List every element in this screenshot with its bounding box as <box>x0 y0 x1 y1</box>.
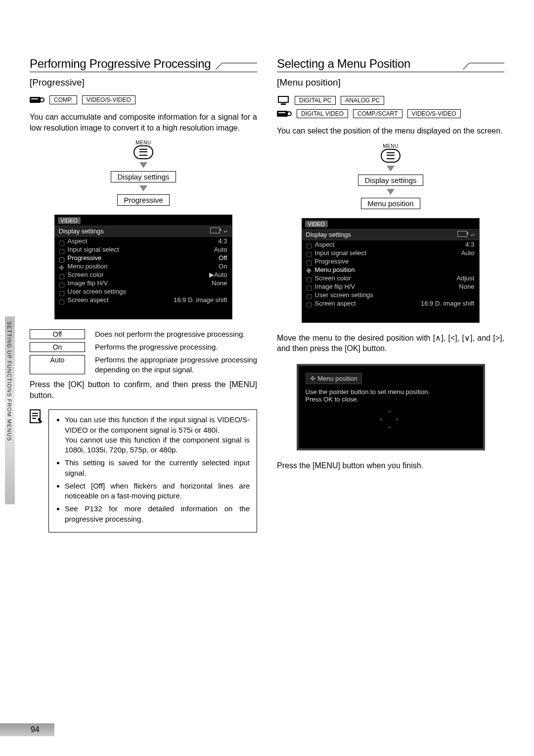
svg-rect-7 <box>277 111 288 117</box>
option-off: Off <box>30 329 85 339</box>
path-menu-position: Menu position <box>361 198 420 209</box>
battery-icon <box>457 231 467 237</box>
side-tab-label: SETTING UP FUNCTIONS FROM MENUS <box>6 321 12 441</box>
osd-row-label: Image flip H/V <box>68 279 108 287</box>
pc-icon <box>277 95 290 106</box>
option-on: On <box>30 342 85 352</box>
svg-rect-5 <box>279 97 288 102</box>
projector-icon <box>30 95 44 105</box>
arrow-down-icon <box>139 162 147 168</box>
right-subtitle: [Menu position] <box>277 77 504 88</box>
left-title: Performing Progressive Processing <box>30 57 218 71</box>
osd-row-value: Adjust <box>456 274 474 282</box>
badge-comp: COMP. <box>49 95 77 104</box>
svg-point-8 <box>287 112 291 116</box>
battery-icon <box>210 227 220 233</box>
option-auto: Auto <box>30 355 85 374</box>
badge-video-svideo: VIDEO/S-VIDEO <box>82 95 135 104</box>
option-on-desc: Performs the progressive processing. <box>95 342 218 352</box>
osd-header: Display settings <box>59 227 104 235</box>
osd-row-value: 4:3 <box>465 241 474 248</box>
osd-row-label: Menu position <box>315 266 355 273</box>
note-item: You can use this function if the input s… <box>65 415 250 455</box>
arrow-down-icon <box>387 189 395 195</box>
left-osd: VIDEO Display settings ↵ ▢Aspect4:3 ▢Inp… <box>54 215 233 319</box>
osd-row-label: Progressive <box>68 254 102 262</box>
left-subtitle: [Progressive] <box>30 77 257 88</box>
osd-row-value: None <box>212 279 227 287</box>
option-auto-desc: Performs the appropriate progressive pro… <box>95 355 257 374</box>
right-title: Selecting a Menu Position <box>277 57 465 71</box>
osd-row-value: 16:9 D. image shift <box>174 296 227 304</box>
osd-row-label: Screen color <box>68 271 104 278</box>
svg-rect-6 <box>281 103 286 105</box>
page-number: 94 <box>31 725 40 734</box>
osd-row-label: Screen aspect <box>68 296 109 304</box>
option-off-desc: Does not perform the progressive process… <box>95 329 245 339</box>
menu-button-icon <box>134 145 153 159</box>
badge-video-svideo: VIDEO/S-VIDEO <box>407 109 461 118</box>
popup-line2: Press OK to close. <box>306 396 476 403</box>
osd-row-value: Auto <box>461 249 475 257</box>
arrow-down-icon <box>139 185 147 191</box>
popup-title: Menu position <box>317 375 357 382</box>
right-badges-bottom: DIGITAL VIDEO COMP./SCART VIDEO/S-VIDEO <box>277 109 504 119</box>
osd-row-label: Screen color <box>315 274 351 282</box>
side-tab: SETTING UP FUNCTIONS FROM MENUS <box>5 316 15 504</box>
left-press-ok: Press the [OK] button to confirm, and th… <box>30 379 257 400</box>
menu-position-popup: ✥ Menu position Use the pointer button t… <box>297 364 485 450</box>
badge-digital-pc: DIGITAL PC <box>295 96 336 105</box>
menu-label: MENU <box>383 143 398 149</box>
right-column: Selecting a Menu Position [Menu position… <box>277 57 504 533</box>
osd-row-value: ▶Auto <box>209 271 227 278</box>
menu-button-icon <box>381 149 400 163</box>
popup-arrows: ˄˂ ˃˅ <box>306 410 476 434</box>
osd-row-label: User screen settings <box>315 291 374 299</box>
osd-row-label: User screen settings <box>68 288 127 295</box>
badge-analog-pc: ANALOG PC <box>341 96 384 105</box>
osd-row-label: Input signal select <box>68 246 119 253</box>
right-osd: VIDEO Display settings ↵ ▢Aspect4:3 ▢Inp… <box>302 218 480 323</box>
osd-row-label: Screen aspect <box>315 300 356 307</box>
osd-tab: VIDEO <box>58 217 81 224</box>
right-badges-top: DIGITAL PC ANALOG PC <box>277 95 504 106</box>
enter-icon: ↵ <box>223 228 228 234</box>
note-icon <box>30 409 43 424</box>
path-display-settings: Display settings <box>358 175 423 186</box>
osd-header: Display settings <box>306 231 351 238</box>
osd-row-label: Aspect <box>315 241 335 248</box>
osd-row-label: Input signal select <box>315 249 366 257</box>
left-menu-path: MENU Display settings Progressive <box>30 140 257 206</box>
bottom-tab <box>0 723 54 736</box>
note-box: You can use this function if the input s… <box>48 409 257 533</box>
svg-rect-9 <box>278 112 285 113</box>
osd-tab: VIDEO <box>305 221 328 227</box>
osd-row-label: Aspect <box>68 237 88 245</box>
osd-row-value: On <box>219 263 227 270</box>
note-item: See P132 for more detailed information o… <box>65 504 250 524</box>
projector-icon <box>277 109 292 119</box>
svg-rect-0 <box>30 97 41 103</box>
right-intro: You can select the position of the menu … <box>277 126 504 136</box>
right-press-menu: Press the [MENU] button when you finish. <box>277 460 504 471</box>
options-list: Off Does not perform the progressive pro… <box>30 329 257 374</box>
enter-icon: ↵ <box>471 232 475 238</box>
osd-row-value: 16:9 D. image shift <box>421 300 474 307</box>
path-display-settings: Display settings <box>111 171 176 182</box>
badge-comp-scart: COMP./SCART <box>353 109 402 118</box>
osd-row-label: Menu position <box>68 263 108 270</box>
svg-rect-2 <box>31 98 38 99</box>
osd-row-value: None <box>459 283 474 290</box>
left-column: Performing Progressive Processing [Progr… <box>30 57 257 533</box>
note-item: Select [Off] when flickers and horizonta… <box>65 481 250 501</box>
svg-point-1 <box>40 98 44 102</box>
osd-row-value: Auto <box>214 246 227 253</box>
osd-row-label: Progressive <box>315 258 349 265</box>
left-badges: COMP. VIDEO/S-VIDEO <box>30 95 257 105</box>
right-menu-path: MENU Display settings Menu position <box>277 143 504 209</box>
note-item: This setting is saved for the currently … <box>65 458 250 478</box>
osd-row-label: Image flip H/V <box>315 283 356 290</box>
right-move-text: Move the menu to the desired position wi… <box>277 333 504 354</box>
popup-line1: Use the pointer button to set menu posit… <box>306 388 476 396</box>
arrow-down-icon <box>387 166 395 172</box>
